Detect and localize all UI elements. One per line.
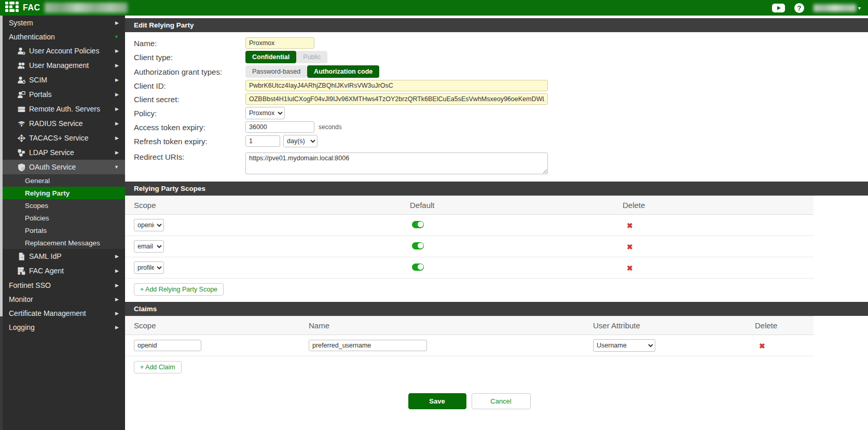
grant-types-label: Authorization grant types: <box>134 67 245 76</box>
shield-key-icon <box>18 163 25 171</box>
scope-row-profile: profile ✖ <box>125 257 814 279</box>
delete-icon[interactable]: ✖ <box>759 342 765 350</box>
policy-select[interactable]: Proxmox <box>245 107 285 119</box>
column-header-scope: Scope <box>134 321 309 330</box>
redirect-uris-textarea[interactable]: https://pve01.mydomain.local:8006 <box>245 152 548 174</box>
sidebar-item-label: User Account Policies <box>29 47 99 55</box>
scope-select[interactable]: openid <box>134 219 164 231</box>
default-toggle[interactable] <box>412 242 424 249</box>
scope-select[interactable]: email <box>134 240 164 253</box>
help-icon[interactable]: ? <box>794 3 804 13</box>
client-type-public-button[interactable]: Public <box>296 51 327 63</box>
sidebar-item-scopes[interactable]: Scopes <box>3 199 125 212</box>
claims-table: Scope Name User Attribute Delete Usernam… <box>125 316 814 356</box>
refresh-token-expiry-input[interactable] <box>245 135 280 147</box>
sidebar-item-label: General <box>25 177 50 185</box>
sidebar-item-portals[interactable]: Portals ▶ <box>3 87 125 102</box>
document-icon <box>18 253 25 260</box>
chevron-right-icon: ▶ <box>115 254 119 259</box>
chevron-right-icon: ▶ <box>115 283 119 288</box>
grant-authorization-code-button[interactable]: Authorization code <box>307 65 379 78</box>
sidebar-item-fac-agent[interactable]: FAC Agent ▶ <box>3 263 125 278</box>
sidebar-item-label: Logging <box>9 323 35 331</box>
client-type-confidential-button[interactable]: Confidential <box>245 51 296 63</box>
client-id-input[interactable] <box>245 80 548 91</box>
sidebar-item-label: Authentication <box>9 33 55 41</box>
sidebar-item-user-management[interactable]: User Management ▶ <box>3 58 125 73</box>
sidebar-item-fortinet-sso[interactable]: Fortinet SSO ▶ <box>3 278 125 292</box>
add-claim-button[interactable]: + Add Claim <box>134 361 182 373</box>
column-header-user-attribute: User Attribute <box>593 321 755 330</box>
sidebar-item-label: SCIM <box>29 76 47 84</box>
oauth-service-group: OAuth Service ▼ General Relying Party Sc… <box>3 160 125 249</box>
sidebar-item-certificate-management[interactable]: Certificate Management ▶ <box>3 306 125 320</box>
claim-scope-input[interactable] <box>134 340 201 351</box>
chevron-down-icon: ▼ <box>114 164 119 170</box>
user-portal-icon <box>18 91 25 99</box>
access-token-expiry-input[interactable] <box>245 121 314 133</box>
sidebar-item-label: Monitor <box>9 295 33 303</box>
sidebar-item-saml-idp[interactable]: SAML IdP ▶ <box>3 249 125 263</box>
user-sync-icon <box>18 76 25 84</box>
sidebar-item-ldap-service[interactable]: LDAP Service ▶ <box>3 145 125 160</box>
sidebar-item-label: FAC Agent <box>29 267 64 275</box>
server-icon <box>18 105 25 113</box>
chevron-right-icon: ▶ <box>115 150 119 155</box>
save-button[interactable]: Save <box>408 393 466 409</box>
delete-icon[interactable]: ✖ <box>627 221 633 230</box>
cancel-button[interactable]: Cancel <box>472 393 531 409</box>
sidebar-item-label: RADIUS Service <box>29 119 82 128</box>
default-toggle[interactable] <box>412 221 424 228</box>
client-secret-input[interactable] <box>245 93 548 105</box>
claim-user-attribute-select[interactable]: Username <box>593 339 655 352</box>
claims-table-header: Scope Name User Attribute Delete <box>125 316 814 335</box>
scope-select[interactable]: profile <box>134 261 164 274</box>
chevron-right-icon: ▶ <box>115 48 119 53</box>
chevron-right-icon: ▶ <box>115 135 119 141</box>
user-menu[interactable]: ▾ <box>814 4 861 12</box>
sidebar-item-replacement-messages[interactable]: Replacement Messages <box>3 237 125 249</box>
scopes-table-header: Scope Default Delete <box>125 196 814 215</box>
claim-row: Username ✖ <box>125 335 814 356</box>
sidebar-item-policies[interactable]: Policies <box>3 212 125 224</box>
column-header-delete: Delete <box>755 321 814 330</box>
sidebar-item-system[interactable]: System ▶ <box>3 16 125 30</box>
access-token-unit-label: seconds <box>319 123 342 131</box>
sidebar-item-relying-party[interactable]: Relying Party <box>3 187 125 199</box>
name-input[interactable] <box>245 37 314 49</box>
column-header-scope: Scope <box>134 201 410 210</box>
sidebar-item-general[interactable]: General <box>3 174 125 187</box>
grant-password-button[interactable]: Password-based <box>245 65 307 78</box>
refresh-token-unit-select[interactable]: day(s) <box>283 135 318 147</box>
app-window: FAC ? ▾ <box>0 0 868 430</box>
chevron-right-icon: ▶ <box>115 106 119 112</box>
refresh-token-expiry-label: Refresh token expiry: <box>134 137 245 146</box>
svg-text:?: ? <box>797 4 801 12</box>
sidebar-item-tacacs-service[interactable]: TACACS+ Service ▶ <box>3 131 125 145</box>
chevron-right-icon: ▶ <box>115 63 119 68</box>
youtube-icon[interactable] <box>772 4 785 12</box>
delete-icon[interactable]: ✖ <box>627 264 633 272</box>
sidebar-item-user-account-policies[interactable]: User Account Policies ▶ <box>3 44 125 58</box>
sidebar-item-label: Certificate Management <box>9 309 86 317</box>
chevron-down-icon: ▾ <box>858 5 861 11</box>
sidebar-item-logging[interactable]: Logging ▶ <box>3 320 125 334</box>
sidebar-item-authentication[interactable]: Authentication ▼ <box>3 30 125 44</box>
sidebar-item-oauth-service[interactable]: OAuth Service ▼ <box>3 160 125 174</box>
sidebar-item-monitor[interactable]: Monitor ▶ <box>3 292 125 306</box>
sidebar-item-remote-auth-servers[interactable]: Remote Auth. Servers ▶ <box>3 102 125 116</box>
sidebar-item-scim[interactable]: SCIM ▶ <box>3 73 125 87</box>
edit-relying-party-form: Name: Client type: Confidential Public A… <box>125 32 868 182</box>
delete-icon[interactable]: ✖ <box>627 243 633 251</box>
main-content: Edit Relying Party Name: Client type: Co… <box>125 16 868 430</box>
claim-name-input[interactable] <box>309 340 427 351</box>
sidebar-item-portals-sub[interactable]: Portals <box>3 224 125 237</box>
default-toggle[interactable] <box>412 263 424 271</box>
chevron-right-icon: ▶ <box>115 268 119 273</box>
topbar-right: ? ▾ <box>772 3 861 13</box>
sidebar-item-label: Replacement Messages <box>25 239 100 247</box>
add-relying-party-scope-button[interactable]: + Add Relying Party Scope <box>134 283 224 296</box>
sidebar-item-radius-service[interactable]: RADIUS Service ▶ <box>3 116 125 131</box>
sidebar-item-label: Scopes <box>25 202 48 210</box>
grid-lock-icon <box>18 267 25 275</box>
